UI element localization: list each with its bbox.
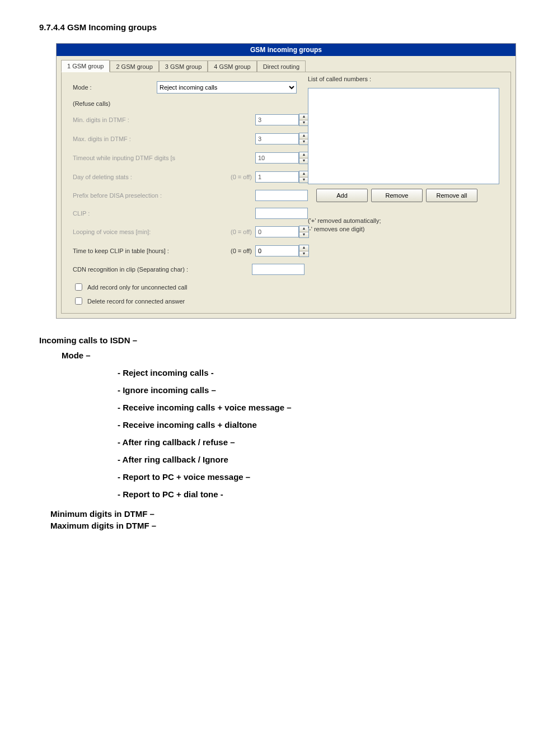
spinner-up-icon[interactable]: ▲ (299, 152, 308, 158)
tab-bar: 1 GSM group 2 GSM group 3 GSM group 4 GS… (57, 56, 516, 72)
mode-option: - Receive incoming calls + voice message… (118, 403, 495, 412)
mode-heading: Mode – (62, 351, 495, 360)
incoming-calls-heading: Incoming calls to ISDN – (39, 335, 495, 345)
mode-option: - Ignore incoming calls – (118, 385, 495, 395)
spinner-up-icon[interactable]: ▲ (299, 114, 308, 120)
keep-clip-input[interactable] (255, 245, 299, 256)
spinner-down-icon[interactable]: ▼ (299, 120, 308, 126)
add-record-checkbox[interactable] (75, 283, 82, 291)
spinner-down-icon[interactable]: ▼ (299, 232, 308, 238)
timeout-label: Timeout while inputing DTMF digits [s (73, 155, 218, 161)
tab-3-gsm-group[interactable]: 3 GSM group (159, 60, 208, 72)
clip-hint: ('+' removed automatically; '-' removes … (308, 217, 381, 234)
tab-2-gsm-group[interactable]: 2 GSM group (110, 60, 158, 72)
spinner-up-icon[interactable]: ▲ (299, 133, 308, 139)
section-heading: 9.7.4.4 GSM Incoming groups (39, 22, 495, 32)
spinner-up-icon[interactable]: ▲ (299, 226, 308, 232)
spinner-up-icon[interactable]: ▲ (299, 171, 308, 178)
min-dtmf-heading: Minimum digits in DTMF – (50, 509, 495, 519)
remove-button[interactable]: Remove (371, 189, 423, 202)
spinner-down-icon[interactable]: ▼ (299, 251, 308, 257)
mode-label: Mode : (73, 84, 157, 91)
keep-clip-spinner[interactable]: ▲▼ (299, 245, 309, 257)
max-digits-label: Max. digits in DTMF : (73, 136, 218, 142)
delete-record-label: Delete record for connected answer (87, 298, 185, 305)
tab-direct-routing[interactable]: Direct routing (257, 60, 306, 72)
delete-record-checkbox[interactable] (75, 297, 82, 305)
mode-option: - Report to PC + dial tone - (118, 489, 495, 499)
clip-label: CLIP : (73, 210, 218, 217)
max-digits-input (255, 133, 299, 144)
refuse-calls-label: (Refuse calls) (73, 100, 218, 107)
day-delete-label: Day of deleting stats : (73, 174, 218, 180)
called-numbers-listbox[interactable] (308, 88, 499, 184)
min-digits-label: Min. digits in DTMF : (73, 116, 218, 123)
keep-clip-label: Time to keep CLIP in table [hours] : (73, 248, 218, 254)
mode-option: - After ring callback / refuse – (118, 437, 495, 447)
looping-input (255, 226, 299, 237)
keep-clip-off: (0 = off) (218, 248, 255, 254)
looping-label: Looping of voice mess [min]: (73, 228, 218, 235)
prefix-label: Prefix before DISA preselection : (73, 192, 218, 199)
tab-panel: Mode : Reject incoming calls (Refuse cal… (61, 72, 511, 314)
tab-1-gsm-group[interactable]: 1 GSM group (61, 60, 110, 72)
mode-options-list: - Reject incoming calls - - Ignore incom… (118, 368, 495, 499)
timeout-input (255, 152, 299, 164)
tab-4-gsm-group[interactable]: 4 GSM group (208, 60, 256, 72)
day-delete-off: (0 = off) (218, 174, 255, 180)
prefix-input (255, 190, 308, 201)
dialog-title: GSM incoming groups (57, 44, 516, 56)
clip-input (255, 208, 308, 219)
add-button[interactable]: Add (316, 189, 368, 202)
mode-option: - Report to PC + voice message – (118, 472, 495, 482)
mode-option: - Reject incoming calls - (118, 368, 495, 377)
mode-option: - After ring callback / Ignore (118, 455, 495, 464)
gsm-incoming-dialog: GSM incoming groups 1 GSM group 2 GSM gr… (56, 43, 516, 319)
spinner-down-icon[interactable]: ▼ (299, 139, 308, 145)
max-dtmf-heading: Maximum digits in DTMF – (50, 521, 495, 530)
spinner-down-icon[interactable]: ▼ (299, 158, 308, 164)
cdn-input[interactable] (252, 264, 305, 275)
list-called-numbers-label: List of called numbers : (308, 76, 371, 82)
spinner-up-icon[interactable]: ▲ (299, 245, 308, 251)
min-digits-input (255, 114, 299, 125)
add-record-label: Add record only for unconnected call (87, 284, 188, 291)
cdn-label: CDN recognition in clip (Separating char… (73, 266, 252, 273)
looping-off: (0 = off) (218, 228, 255, 235)
mode-option: - Receive incoming calls + dialtone (118, 420, 495, 430)
spinner-down-icon[interactable]: ▼ (299, 178, 308, 183)
day-delete-input (255, 171, 299, 183)
mode-select[interactable]: Reject incoming calls (157, 81, 297, 94)
remove-all-button[interactable]: Remove all (426, 189, 477, 202)
